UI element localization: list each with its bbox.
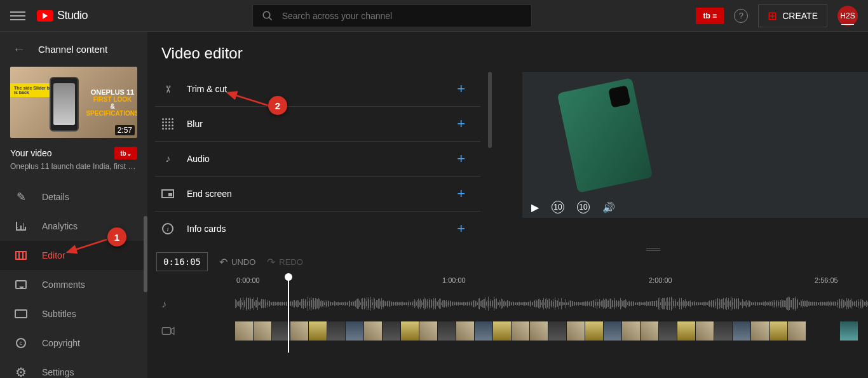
tool-label-info: Info cards (187, 224, 226, 234)
youtube-icon (37, 10, 53, 22)
tool-label-audio: Audio (187, 154, 210, 164)
tool-label-endscreen: End screen (187, 189, 232, 199)
video-thumbnail[interactable]: The side Slider button is back ONEPLUS 1… (10, 67, 137, 138)
add-trim-icon[interactable]: + (457, 81, 465, 97)
sidebar-item-subtitles[interactable]: Subtitles (0, 299, 147, 328)
forward-10-icon[interactable]: 10 (577, 201, 590, 213)
channel-avatar[interactable]: H2S (837, 6, 858, 26)
volume-icon[interactable] (602, 201, 615, 213)
audio-track-icon: ♪ (156, 299, 235, 310)
video-track-icon (156, 326, 235, 336)
undo-label: UNDO (231, 257, 255, 267)
video-preview[interactable]: ▶ 10 10 (522, 72, 868, 218)
tool-audio[interactable]: Audio + (155, 142, 480, 177)
caption-icon (14, 307, 28, 321)
sidebar-item-settings[interactable]: Settings (0, 358, 147, 378)
play-icon[interactable]: ▶ (531, 201, 539, 213)
nav-label-comments: Comments (42, 280, 85, 290)
tubebuddy-button[interactable]: tb ≡ (696, 8, 724, 24)
undo-icon: ↶ (219, 256, 227, 268)
back-arrow-icon[interactable]: ← (13, 42, 25, 57)
playhead[interactable] (288, 276, 289, 353)
help-icon[interactable]: ? (734, 9, 748, 23)
add-info-icon[interactable]: + (457, 220, 465, 237)
undo-button[interactable]: ↶ UNDO (219, 256, 255, 268)
thumb-sub2: SPECIFICATIONS (86, 110, 137, 117)
create-plus-icon: ⊞ (768, 9, 777, 23)
pencil-icon (14, 190, 28, 204)
create-button[interactable]: ⊞ CREATE (758, 4, 827, 27)
thumb-phone-graphic (50, 77, 79, 132)
tool-scrollbar[interactable] (488, 72, 492, 148)
sidebar-item-comments[interactable]: Comments (0, 270, 147, 299)
sidebar-title: Channel content (38, 44, 107, 55)
annotation-arrow-2 (224, 90, 275, 112)
tool-trim-cut[interactable]: Trim & cut + (155, 72, 480, 107)
add-blur-icon[interactable]: + (457, 116, 465, 132)
audio-track[interactable]: ♪ (156, 293, 868, 316)
svg-line-3 (227, 93, 268, 105)
svg-point-0 (263, 11, 270, 18)
tool-label-blur: Blur (187, 119, 203, 129)
thumb-title: ONEPLUS 11 (91, 88, 134, 96)
nav-label-analytics: Analytics (42, 221, 78, 231)
nav-label-subtitles: Subtitles (42, 309, 76, 319)
redo-icon: ↷ (267, 256, 275, 268)
redo-button[interactable]: ↷ REDO (267, 256, 303, 268)
search-icon (262, 10, 273, 22)
audio-icon (161, 152, 174, 165)
timeline-ruler[interactable]: 0:00:00 1:00:00 2:00:00 2:56:05 (156, 276, 868, 293)
endscreen-icon (161, 187, 174, 200)
redo-label: REDO (279, 257, 303, 267)
search-box[interactable] (252, 4, 532, 27)
sidebar-item-details[interactable]: Details (0, 182, 147, 212)
video-title: Your video (10, 148, 52, 158)
sidebar: ← Channel content The side Slider button… (0, 32, 147, 378)
search-input[interactable] (282, 11, 522, 21)
svg-rect-4 (162, 328, 170, 335)
ruler-tick: 0:00:00 (236, 276, 260, 284)
rewind-10-icon[interactable]: 10 (552, 201, 564, 213)
menu-button[interactable] (10, 8, 25, 24)
topbar: Studio tb ≡ ? ⊞ CREATE H2S (0, 0, 868, 32)
tubebuddy-badge[interactable]: tb⌄ (114, 147, 137, 159)
film-icon (14, 248, 28, 262)
logo-text: Studio (57, 9, 88, 22)
scissors-icon (161, 83, 174, 95)
ruler-tick: 2:56:05 (815, 276, 838, 284)
chart-icon (14, 219, 28, 233)
video-description: Oneplus 11 launch date India, first lo..… (10, 162, 137, 171)
preview-graphic-left (557, 78, 653, 192)
tool-info-cards[interactable]: i Info cards + (155, 212, 480, 246)
tool-end-screen[interactable]: End screen + (155, 177, 480, 212)
create-label: CREATE (782, 11, 818, 21)
copyright-icon: c (14, 336, 28, 350)
comment-icon (14, 278, 28, 292)
add-endscreen-icon[interactable]: + (457, 186, 465, 202)
annotation-arrow-1 (64, 238, 114, 260)
sidebar-item-copyright[interactable]: c Copyright (0, 328, 147, 358)
svg-line-2 (67, 240, 107, 252)
video-preview-panel: ▶ 10 10 (492, 72, 868, 246)
thumb-duration: 2:57 (115, 125, 135, 135)
nav-label-editor: Editor (42, 250, 65, 260)
tool-blur[interactable]: Blur + (155, 107, 480, 142)
gear-icon (14, 365, 28, 378)
nav-label-copyright: Copyright (42, 338, 80, 348)
annotation-marker-1: 1 (107, 227, 126, 246)
tool-list: Trim & cut + Blur + Audio + (147, 72, 492, 246)
thumb-amp: & (110, 103, 114, 110)
annotation-marker-2: 2 (268, 96, 287, 115)
thumb-sub1: FIRST LOOK (93, 96, 132, 103)
video-track[interactable] (156, 320, 868, 342)
current-time-display[interactable]: 0:16:05 (156, 252, 208, 271)
timeline-section: 0:16:05 ↶ UNDO ↷ REDO 0:00:00 (147, 246, 868, 346)
svg-line-1 (269, 17, 272, 20)
nav-label-settings: Settings (42, 367, 74, 377)
blur-icon (161, 118, 174, 130)
drag-handle-icon[interactable] (646, 248, 660, 251)
studio-logo[interactable]: Studio (37, 9, 88, 22)
add-audio-icon[interactable]: + (457, 151, 465, 167)
ruler-tick: 1:00:00 (442, 276, 466, 284)
ruler-tick: 2:00:00 (649, 276, 672, 284)
